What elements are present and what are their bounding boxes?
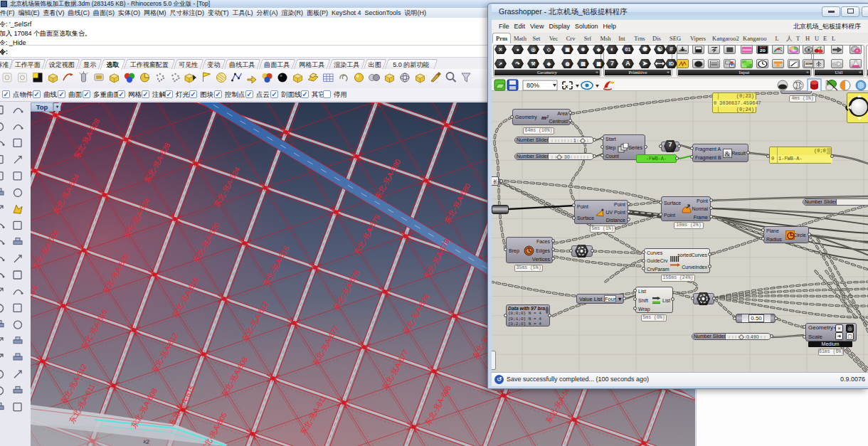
svg-text:AUG: AUG xyxy=(760,46,766,48)
svg-text:x: x xyxy=(565,83,568,90)
svg-text:3DM: 3DM xyxy=(805,63,813,65)
svg-text:80%: 80% xyxy=(526,82,539,89)
